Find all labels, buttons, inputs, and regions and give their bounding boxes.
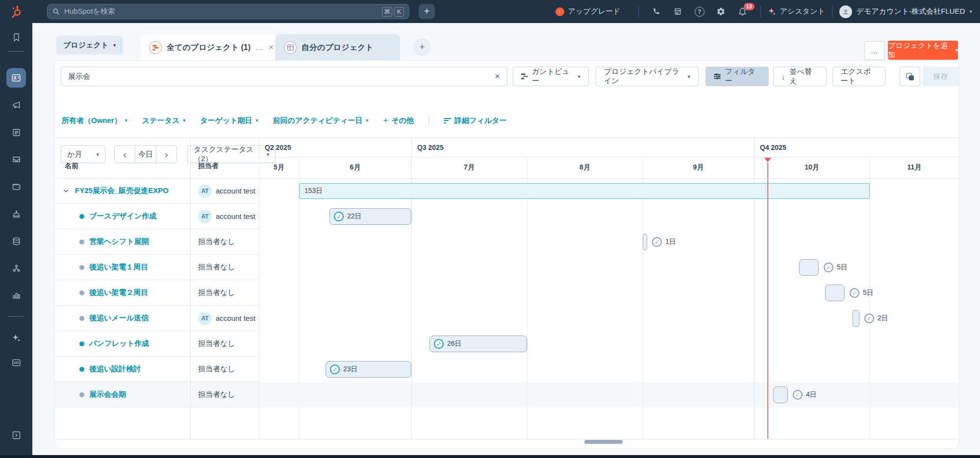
bookmarks-icon[interactable]: [6, 27, 26, 47]
chevron-down-icon: ▾: [578, 74, 580, 79]
advanced-filters-button[interactable]: 詳細フィルター: [444, 116, 506, 125]
upgrade-button[interactable]: ↑ アップグレード: [555, 7, 621, 16]
sidebar-item-service[interactable]: [6, 204, 26, 223]
gantt-row: パンフレット作成担当者なし: [55, 331, 259, 357]
sidebar-item-ai[interactable]: [6, 328, 26, 348]
notifications-icon[interactable]: 13: [732, 0, 754, 23]
sidebar-item-reporting[interactable]: [6, 285, 26, 305]
chevron-down-icon: ▾: [113, 43, 116, 48]
gantt-row: ブースデザイン作成ATaccount test: [55, 204, 259, 229]
quick-create-button[interactable]: +: [419, 4, 435, 19]
assignee-avatar: AT: [198, 184, 212, 198]
sidebar-item-commerce[interactable]: [6, 149, 26, 169]
task-name-link[interactable]: ブースデザイン作成: [89, 212, 156, 221]
chevron-down-icon: ▾: [687, 74, 690, 79]
completed-check-icon: ✓: [330, 364, 340, 374]
gantt-bar[interactable]: ✓22日: [329, 208, 411, 225]
quarter-header-cell: Q3 2025: [411, 138, 754, 157]
settings-icon[interactable]: [710, 0, 732, 23]
tab-all-projects[interactable]: 全てのプロジェクト (1) … ×: [140, 34, 275, 61]
bar-duration-label: ✓4日: [793, 390, 817, 400]
bar-duration-label: ✓1日: [652, 237, 676, 247]
filter-more[interactable]: +その他: [383, 116, 414, 125]
marketplace-icon[interactable]: [667, 0, 689, 23]
gantt-bar[interactable]: [799, 259, 819, 276]
assistant-button[interactable]: アシスタント: [768, 7, 825, 16]
more-options-button[interactable]: …: [864, 41, 885, 60]
save-button[interactable]: 保存: [923, 67, 959, 86]
clear-search-icon[interactable]: ×: [495, 71, 500, 82]
sort-button[interactable]: ↓ 並べ替え: [773, 67, 827, 86]
add-project-button[interactable]: プロジェクトを追加 ▾: [888, 41, 958, 60]
assignee-cell: 担当者なし: [190, 229, 259, 254]
assignee-column-header: 担当者: [198, 162, 219, 170]
sidebar-item-data[interactable]: [6, 231, 26, 251]
filter-target-date[interactable]: ターゲット期日▾: [200, 116, 258, 125]
task-name-cell: 後追い架電２周目: [55, 280, 190, 305]
sidebar-item-developer[interactable]: [6, 353, 26, 372]
task-name-link[interactable]: 後追い架電１周目: [89, 263, 148, 272]
global-search-input[interactable]: HubSpotを検索 ⌘ K: [47, 4, 409, 19]
close-tab-icon[interactable]: ×: [269, 43, 274, 52]
sidebar-expand-icon[interactable]: [6, 425, 26, 445]
clone-view-button[interactable]: [900, 67, 920, 86]
task-status-dot: [79, 214, 84, 219]
gantt-bar[interactable]: [643, 234, 647, 250]
project-search-input[interactable]: 展示会 ×: [61, 67, 507, 86]
gantt-bars-area: 153日✓22日✓1日✓5日✓5日✓2日✓26日✓23日✓4日: [259, 138, 959, 439]
sidebar-item-payments[interactable]: [6, 177, 26, 196]
task-name-link[interactable]: 展示会会期: [89, 390, 126, 399]
horizontal-scrollbar[interactable]: [584, 440, 623, 444]
gantt-bar[interactable]: ✓26日: [429, 336, 527, 352]
hubspot-logo-icon[interactable]: [9, 4, 24, 19]
task-name-link[interactable]: FY25展示会_販売促進EXPO: [75, 186, 169, 195]
task-name-link[interactable]: パンフレット作成: [89, 339, 149, 348]
assignee-cell: 担当者なし: [190, 255, 259, 280]
view-type-selector[interactable]: プロジェクト ▾: [56, 36, 123, 54]
gantt-bar[interactable]: [853, 310, 859, 327]
bar-duration-label: 22日: [347, 212, 362, 221]
gantt-bar[interactable]: ✓23日: [326, 361, 411, 378]
top-navigation-bar: HubSpotを検索 ⌘ K + ↑ アップグレード ? 13 アシスタント: [0, 0, 980, 23]
account-menu[interactable]: デモアカウント-株式会社FLUED ▾: [839, 5, 972, 18]
filter-status[interactable]: ステータス▾: [142, 116, 185, 125]
add-view-button[interactable]: +: [414, 39, 430, 55]
gantt-view-dropdown[interactable]: ガントビュー ▾: [513, 67, 589, 86]
help-icon[interactable]: ?: [689, 0, 710, 23]
assignee-name: 担当者なし: [198, 288, 235, 297]
search-placeholder: HubSpotを検索: [64, 7, 380, 16]
assignee-avatar: AT: [198, 210, 212, 223]
header-divider: [259, 157, 959, 157]
sidebar-item-marketing[interactable]: [6, 95, 26, 115]
gantt-bar[interactable]: [825, 285, 845, 301]
sidebar-item-automations[interactable]: [6, 258, 26, 278]
sidebar-item-content[interactable]: [6, 122, 26, 142]
task-status-dot: [79, 367, 84, 372]
filter-button[interactable]: フィルター: [705, 67, 769, 86]
copy-icon: [906, 73, 914, 80]
task-name-link[interactable]: 後追い設計検討: [89, 364, 141, 374]
calling-icon[interactable]: [646, 0, 667, 23]
chevron-down-icon[interactable]: [63, 188, 69, 194]
gantt-bar[interactable]: 153日: [299, 183, 870, 199]
task-name-link[interactable]: 後追い架電２周目: [89, 288, 148, 297]
task-name-link[interactable]: 後追いメール送信: [89, 313, 149, 323]
export-button[interactable]: エクスポート: [832, 67, 885, 86]
quarter-header-cell: Q2 2025: [259, 138, 411, 157]
sidebar-item-crm[interactable]: [6, 68, 26, 88]
pipeline-dropdown[interactable]: プロジェクトパイプライン ▾: [596, 67, 699, 86]
gantt-icon: [521, 73, 528, 79]
filter-owner[interactable]: 所有者（Owner）▾: [62, 116, 127, 125]
filter-last-activity[interactable]: 前回のアクティビティー日▾: [273, 116, 369, 125]
header-divider: [55, 178, 959, 179]
task-name-cell: 後追い設計検討: [55, 357, 190, 382]
tab-options-icon[interactable]: …: [255, 43, 264, 52]
task-status-dot: [79, 240, 84, 244]
gantt-row: 後追い架電２周目担当者なし: [55, 280, 259, 306]
task-name-link[interactable]: 営業ヘシフト展開: [89, 237, 149, 246]
assignee-cell: 担当者なし: [190, 357, 259, 382]
gantt-bar[interactable]: [773, 386, 788, 403]
month-header-cell: 11月: [870, 157, 959, 178]
tab-my-projects[interactable]: 自分のプロジェクト: [275, 34, 400, 61]
quarter-header-row: Q2 2025Q3 2025Q4 2025: [259, 138, 959, 157]
